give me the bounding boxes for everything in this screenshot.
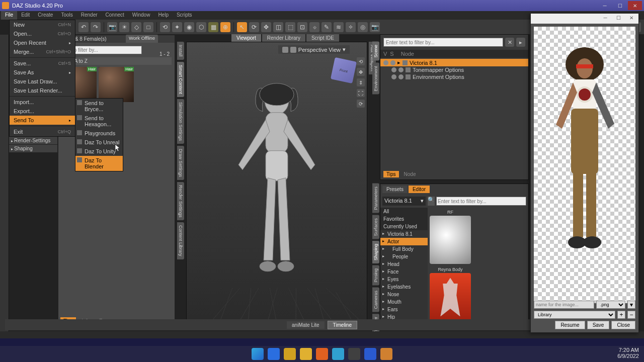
- menu-help[interactable]: Help: [154, 11, 173, 20]
- menu-window[interactable]: Window: [128, 11, 154, 20]
- shaping-scope-combo[interactable]: Victoria 8.1▾: [382, 197, 426, 206]
- menu-export[interactable]: Export...: [10, 107, 75, 116]
- tool-icon[interactable]: ✦: [172, 22, 182, 32]
- send-to-hexagon[interactable]: Send to Hexagon...: [75, 114, 123, 129]
- scene-tab-tips[interactable]: Tips: [383, 171, 399, 177]
- figure-victoria[interactable]: [221, 79, 332, 301]
- spot-render-icon[interactable]: ◎: [358, 22, 368, 32]
- undo-icon[interactable]: ↶: [78, 22, 89, 32]
- side-tab-content-library[interactable]: Content Library: [177, 222, 184, 259]
- param-actor[interactable]: Actor: [380, 238, 428, 245]
- menu-save[interactable]: Save...Ctrl+S: [10, 59, 75, 68]
- param-nose[interactable]: Nose: [380, 291, 428, 298]
- param-cat-all[interactable]: All: [380, 208, 428, 215]
- side-tab-draw[interactable]: Draw Settings: [177, 146, 184, 180]
- pan-icon[interactable]: ✥: [357, 68, 365, 76]
- side-tab-environment[interactable]: Environment: [372, 63, 379, 95]
- grid-icon[interactable]: ▦: [208, 22, 218, 32]
- tab-script-ide[interactable]: Script IDE: [306, 34, 339, 42]
- side-tab-cameras[interactable]: Cameras: [372, 288, 379, 312]
- maximize-button[interactable]: ☐: [613, 1, 627, 10]
- param-face[interactable]: Face: [380, 268, 428, 276]
- system-clock[interactable]: 7:20 AM6/9/2022: [617, 347, 639, 359]
- reset-icon[interactable]: ⟳: [357, 100, 365, 108]
- param-head[interactable]: Head: [380, 260, 428, 268]
- taskbar-app[interactable]: [332, 348, 344, 360]
- manipulator-icon[interactable]: ⊕: [220, 22, 230, 32]
- tool-icon[interactable]: ⬡: [196, 22, 206, 32]
- cat-render-settings[interactable]: Render-Settings: [9, 137, 57, 145]
- save-button[interactable]: Save: [587, 321, 610, 329]
- side-tab-simulation[interactable]: Simulation Settings: [177, 99, 184, 144]
- add-button[interactable]: +: [617, 311, 625, 319]
- param-cat-favorites[interactable]: Favorites: [380, 215, 428, 223]
- tab-viewport[interactable]: Viewport: [231, 34, 261, 42]
- tool-icon[interactable]: ◉: [184, 22, 194, 32]
- tab-render-library[interactable]: Render Library: [262, 34, 305, 42]
- clear-filter-icon[interactable]: ✕: [505, 38, 514, 47]
- dolly-icon[interactable]: ⇕: [357, 78, 365, 86]
- camera-icon[interactable]: 📷: [107, 22, 117, 32]
- side-tab-scene[interactable]: Scene: [372, 42, 379, 61]
- tab-timeline[interactable]: Timeline: [328, 321, 357, 329]
- side-tab-parameters[interactable]: Parameters: [372, 184, 379, 213]
- menu-save-last-render[interactable]: Save Last Render...: [10, 86, 75, 95]
- menu-save-last-draw[interactable]: Save Last Draw...: [10, 77, 75, 86]
- side-tab-smart-content[interactable]: Smart Content: [177, 62, 184, 97]
- param-eyes[interactable]: Eyes: [380, 276, 428, 283]
- tab-editor[interactable]: Editor: [409, 186, 430, 193]
- tool-icon[interactable]: ⟐: [309, 22, 319, 32]
- taskbar-app[interactable]: [316, 348, 328, 360]
- tab-animate-lite[interactable]: aniMate Lite: [287, 321, 324, 329]
- library-select[interactable]: Library: [534, 311, 615, 319]
- scene-filter-input[interactable]: [383, 38, 503, 47]
- orbit-icon[interactable]: ⟲: [357, 57, 365, 65]
- taskbar-app[interactable]: [284, 348, 296, 360]
- start-button[interactable]: [252, 348, 264, 360]
- win2-minimize-button[interactable]: ─: [600, 15, 610, 22]
- close-button[interactable]: ✕: [628, 1, 642, 10]
- tool-icon[interactable]: ⊡: [297, 22, 307, 32]
- menu-merge[interactable]: Merge...Ctrl+Shift+O: [10, 47, 75, 56]
- windows-taskbar[interactable]: 7:20 AM6/9/2022: [0, 346, 644, 362]
- select-tool-icon[interactable]: ↖: [237, 22, 247, 32]
- morph-rf[interactable]: RF: [430, 210, 471, 264]
- transform-tool-icon[interactable]: ⬚: [285, 22, 295, 32]
- side-tab-install[interactable]: Install: [177, 42, 184, 60]
- redo-icon[interactable]: ↷: [91, 22, 101, 32]
- param-fullbody[interactable]: Full Body: [380, 245, 428, 253]
- content-thumbnail[interactable]: Hair: [99, 67, 134, 102]
- param-cat-current[interactable]: Currently Used: [380, 223, 428, 230]
- menu-import[interactable]: Import...: [10, 98, 75, 107]
- primitive-icon[interactable]: □: [143, 22, 153, 32]
- param-mouth[interactable]: Mouth: [380, 298, 428, 306]
- work-offline-tab[interactable]: Work Offline: [126, 35, 158, 43]
- menu-create[interactable]: Create: [34, 11, 57, 20]
- image-ext-select[interactable]: .png: [596, 301, 625, 309]
- apply-filter-icon[interactable]: ▸: [516, 38, 525, 47]
- scene-node-environment[interactable]: Environment Options: [380, 73, 528, 80]
- menu-tools[interactable]: Tools: [57, 11, 76, 20]
- ext-options-icon[interactable]: ▾: [627, 301, 635, 309]
- menu-open[interactable]: Open...Ctrl+O: [10, 29, 75, 38]
- menu-new[interactable]: NewCtrl+N: [10, 20, 75, 29]
- rotate-tool-icon[interactable]: ⟳: [249, 22, 259, 32]
- cat-shaping[interactable]: Shaping: [9, 145, 57, 153]
- camera-selector[interactable]: Perspective View▾: [278, 45, 350, 54]
- frame-icon[interactable]: ⛶: [357, 89, 365, 97]
- win2-close-button[interactable]: ✕: [626, 15, 636, 22]
- 3d-viewport[interactable]: Perspective View▾ Front ⟲ ✥ ⇕ ⛶ ⟳: [186, 42, 367, 329]
- tab-presets[interactable]: Presets: [382, 186, 408, 193]
- param-eyelashes[interactable]: Eyelashes: [380, 283, 428, 291]
- morph-reyna-body[interactable]: Reyna Body: [430, 267, 471, 321]
- side-tab-shaping[interactable]: Shaping: [372, 241, 379, 263]
- taskbar-app[interactable]: [348, 348, 360, 360]
- daz-to-blender[interactable]: Daz To Blender: [75, 156, 123, 171]
- resume-button[interactable]: Resume: [555, 321, 585, 329]
- light-icon[interactable]: ☀: [119, 22, 129, 32]
- smart-sort[interactable]: me : A to Z: [61, 57, 172, 65]
- taskbar-app[interactable]: [300, 348, 312, 360]
- daz-to-unity[interactable]: Daz To Unity: [75, 147, 123, 156]
- remove-button[interactable]: −: [627, 311, 635, 319]
- taskbar-app[interactable]: [268, 348, 280, 360]
